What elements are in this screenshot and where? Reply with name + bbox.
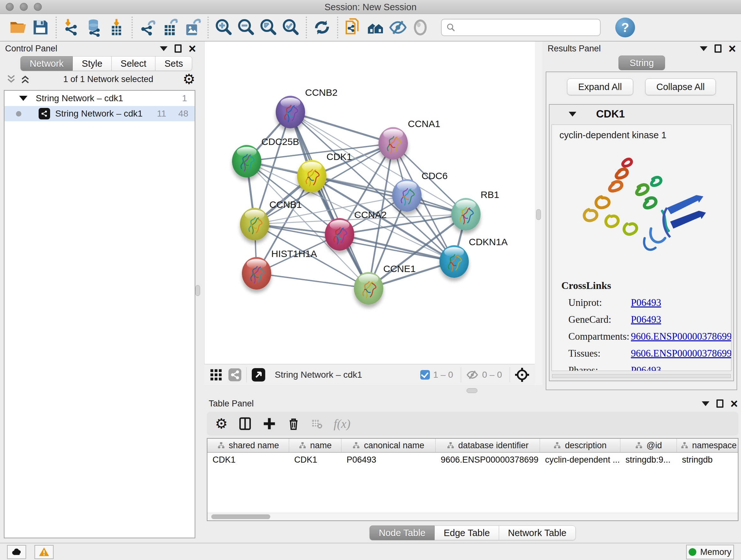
zoom-out-button[interactable] [235, 16, 257, 39]
panel-float-icon[interactable] [715, 44, 722, 53]
tab-node-table[interactable]: Node Table [369, 525, 434, 540]
apply-layout-button[interactable] [311, 16, 333, 39]
import-network-from-database-button[interactable] [83, 16, 105, 39]
network-row[interactable]: String Network – cdk1 11 48 [4, 106, 195, 121]
share-document-icon [344, 18, 362, 37]
collapse-all-icon[interactable] [6, 74, 17, 84]
crosslink-value-link[interactable]: P06493 [631, 297, 661, 308]
show-graphics-button[interactable] [409, 16, 431, 39]
network-node-CDC25B[interactable] [232, 145, 261, 178]
network-edge-CCNE1-HIST1H1A[interactable] [257, 273, 368, 288]
warnings-button[interactable] [35, 545, 54, 559]
cloud-status-button[interactable] [7, 545, 26, 559]
panel-menu-icon[interactable] [700, 46, 708, 51]
hidden-eye-icon[interactable] [466, 368, 479, 381]
right-splitter-handle[interactable] [536, 209, 541, 220]
crosslink-value-link[interactable]: P06493 [631, 365, 661, 371]
column-header-description[interactable]: description [540, 439, 620, 452]
panel-close-icon[interactable]: × [729, 44, 736, 53]
export-image-button[interactable] [181, 16, 204, 39]
network-edge-CCNB2-CCNA1[interactable] [290, 112, 393, 143]
network-view: CCNB2CCNA1CDC25BCDK1CDC6RB1CCNB1CCNA2CDK… [204, 42, 535, 385]
table-panel: Table Panel × ⚙ f(x) shared namenamecano… [204, 396, 741, 543]
collapse-all-button[interactable]: Collapse All [645, 78, 716, 95]
left-splitter-handle[interactable] [195, 285, 200, 296]
network-node-CDKN1A[interactable] [440, 245, 469, 278]
selected-checkbox-icon[interactable] [420, 370, 430, 380]
panel-close-icon[interactable]: × [189, 44, 196, 53]
session-home-button[interactable] [364, 16, 387, 39]
scrollbar-thumb[interactable] [211, 514, 270, 519]
network-edge-CCNB2-CCNE1[interactable] [290, 112, 368, 288]
tab-select[interactable]: Select [112, 56, 156, 71]
column-header-@id[interactable]: @id [620, 439, 677, 452]
network-node-CCNE1[interactable] [354, 272, 383, 305]
tab-string[interactable]: String [618, 56, 665, 70]
network-share-icon[interactable] [228, 368, 242, 382]
clone-network-button[interactable] [342, 16, 364, 39]
add-column-icon[interactable] [263, 417, 276, 430]
table-row[interactable]: CDK1CDK1P064939606.ENSP00000378699cyclin… [207, 453, 738, 467]
column-header-shared-name[interactable]: shared name [207, 439, 289, 452]
crosslink-label: Pharos: [552, 365, 631, 371]
zoom-in-button[interactable] [212, 16, 235, 39]
import-network-button[interactable] [61, 16, 83, 39]
toolbar-search[interactable] [441, 19, 601, 36]
network-node-CCNB1[interactable] [240, 208, 269, 240]
open-session-button[interactable] [7, 16, 29, 39]
network-node-CDC6[interactable] [392, 179, 421, 212]
expand-all-button[interactable]: Expand All [567, 78, 633, 95]
panel-menu-icon[interactable] [702, 401, 710, 406]
hide-graphics-button[interactable] [387, 16, 409, 39]
network-node-RB1[interactable] [451, 198, 481, 231]
results-scroll-strip[interactable] [552, 374, 731, 378]
crosslink-value-link[interactable]: 9606.ENSP00000378699 [631, 331, 731, 342]
network-collection-row[interactable]: String Network – cdk1 1 [4, 91, 195, 106]
column-type-icon [217, 442, 225, 449]
expand-all-icon[interactable] [20, 74, 30, 84]
bottom-splitter-handle[interactable] [467, 388, 477, 393]
table-options-gear-icon[interactable]: ⚙ [215, 417, 227, 431]
column-header-canonical-name[interactable]: canonical name [341, 439, 435, 452]
zoom-fit-button[interactable] [257, 16, 280, 39]
crosslink-value-link[interactable]: P06493 [631, 314, 661, 325]
network-options-gear-icon[interactable]: ⚙ [183, 72, 195, 86]
network-node-CCNA2[interactable] [325, 218, 354, 251]
tree-caret-icon[interactable] [19, 96, 27, 101]
export-table-button[interactable] [159, 16, 181, 39]
column-header-name[interactable]: name [289, 439, 341, 452]
zoom-selected-button[interactable] [280, 16, 302, 39]
panel-float-icon[interactable] [175, 44, 182, 53]
network-node-HIST1H1A[interactable] [242, 257, 271, 290]
network-node-CCNA1[interactable] [379, 127, 408, 160]
protein-section-header[interactable]: CDK1 [549, 105, 733, 123]
memory-button[interactable]: Memory [686, 545, 734, 559]
column-header-namespace[interactable]: namespace [677, 439, 738, 452]
show-columns-icon[interactable] [239, 417, 252, 430]
delete-column-icon[interactable] [287, 417, 300, 430]
tab-sets[interactable]: Sets [155, 56, 192, 71]
search-input[interactable] [459, 23, 596, 33]
tab-network-table[interactable]: Network Table [499, 525, 576, 540]
panel-float-icon[interactable] [717, 399, 724, 408]
birdseye-grid-icon[interactable] [209, 368, 223, 381]
crosslink-value-link[interactable]: 9606.ENSP00000378699 [631, 348, 731, 359]
section-collapse-icon[interactable] [569, 112, 576, 117]
network-canvas[interactable]: CCNB2CCNA1CDC25BCDK1CDC6RB1CCNB1CCNA2CDK… [204, 42, 535, 364]
tab-network[interactable]: Network [20, 56, 73, 71]
import-table-button[interactable] [105, 16, 128, 39]
export-network-button[interactable] [137, 16, 159, 39]
open-in-window-icon[interactable] [251, 368, 266, 382]
network-node-CDK1[interactable] [297, 160, 327, 192]
help-button[interactable]: ? [615, 17, 635, 37]
node-label-CCNB1: CCNB1 [269, 199, 302, 210]
table-horizontal-scrollbar[interactable] [207, 513, 738, 520]
panel-close-icon[interactable]: × [731, 399, 738, 408]
column-header-database-identifier[interactable]: database identifier [435, 439, 540, 452]
network-node-CCNB2[interactable] [276, 96, 305, 128]
panel-menu-icon[interactable] [160, 46, 167, 51]
tab-style[interactable]: Style [73, 56, 111, 71]
save-session-button[interactable] [29, 16, 52, 39]
tab-edge-table[interactable]: Edge Table [434, 525, 499, 540]
crosshair-icon[interactable] [515, 367, 530, 382]
